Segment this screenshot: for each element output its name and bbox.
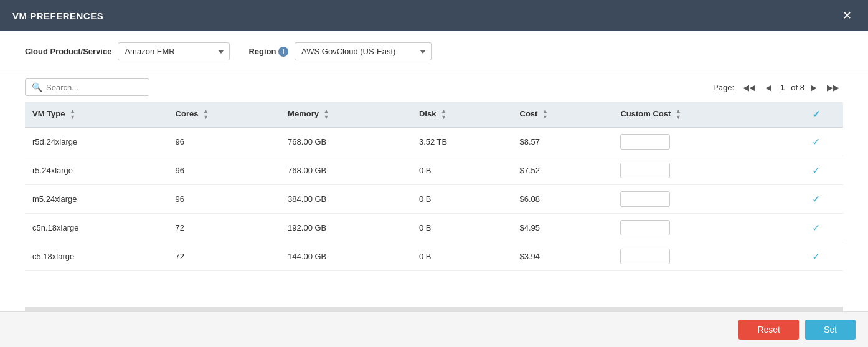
cell-selected: ✓ [790,127,843,156]
col-cost[interactable]: Cost ▲▼ [512,102,613,127]
reset-button[interactable]: Reset [738,320,799,340]
cell-vm_type: c5n.18xlarge [25,213,168,242]
close-button[interactable]: ✕ [839,9,856,22]
col-cores[interactable]: Cores ▲▼ [168,102,281,127]
cell-vm_type: r5.24xlarge [25,156,168,184]
cell-vm_type: r5d.24xlarge [25,127,168,156]
modal-header: VM PREFERENCES ✕ [0,0,868,31]
set-button[interactable]: Set [805,320,856,340]
cell-selected: ✓ [790,156,843,184]
pagination-last-button[interactable]: ▶▶ [823,81,843,94]
region-info-icon[interactable]: i [278,47,288,57]
cell-memory: 768.00 GB [280,156,412,184]
cell-cores: 96 [168,184,281,213]
pagination-current: 1 [778,83,787,92]
search-icon: 🔍 [32,82,42,92]
cell-selected: ✓ [790,213,843,242]
pagination-prev-button[interactable]: ◀ [762,81,775,94]
col-disk[interactable]: Disk ▲▼ [412,102,512,127]
table-row: r5.24xlarge96768.00 GB0 B$7.52✓ [25,156,843,184]
cell-custom-cost [613,156,789,184]
vm-table: VM Type ▲▼ Cores ▲▼ Memory ▲▼ Disk [25,102,843,271]
search-box: 🔍 [25,78,149,96]
sort-custom-cost-icon: ▲▼ [676,108,681,121]
cloud-product-select[interactable]: Amazon EMR Amazon EC2 Amazon RDS [118,42,230,60]
col-memory[interactable]: Memory ▲▼ [280,102,412,127]
filter-section: Cloud Product/Service Amazon EMR Amazon … [0,31,868,72]
pagination-total: of 8 [791,83,804,92]
region-select[interactable]: AWS GovCloud (US-East) US-East-1 US-West… [295,42,432,60]
cell-memory: 384.00 GB [280,184,412,213]
cell-cost: $3.94 [512,242,613,270]
cell-selected: ✓ [790,242,843,270]
sort-memory-icon: ▲▼ [324,108,329,121]
modal-title: VM PREFERENCES [12,11,103,21]
table-row: m5.24xlarge96384.00 GB0 B$6.08✓ [25,184,843,213]
cell-cores: 96 [168,127,281,156]
table-row: c5n.18xlarge72192.00 GB0 B$4.95✓ [25,213,843,242]
table-row: r5d.24xlarge96768.00 GB3.52 TB$8.57✓ [25,127,843,156]
table-header-row: VM Type ▲▼ Cores ▲▼ Memory ▲▼ Disk [25,102,843,127]
cell-cores: 96 [168,156,281,184]
table-row: c5.18xlarge72144.00 GB0 B$3.94✓ [25,242,843,270]
modal-body: Cloud Product/Service Amazon EMR Amazon … [0,31,868,311]
table-controls: 🔍 Page: ◀◀ ◀ 1 of 8 ▶ ▶▶ [0,72,868,102]
cell-cost: $4.95 [512,213,613,242]
pagination-next-button[interactable]: ▶ [807,81,821,94]
cell-vm_type: c5.18xlarge [25,242,168,270]
cell-disk: 0 B [412,184,512,213]
cell-custom-cost [613,127,789,156]
region-label: Region i [248,47,288,57]
cell-cores: 72 [168,213,281,242]
cell-memory: 192.00 GB [280,213,412,242]
region-group: Region i AWS GovCloud (US-East) US-East-… [248,42,432,60]
cloud-product-group: Cloud Product/Service Amazon EMR Amazon … [25,42,230,60]
cell-custom-cost [613,184,789,213]
cell-vm_type: m5.24xlarge [25,184,168,213]
cell-disk: 0 B [412,213,512,242]
col-select-all[interactable]: ✓ [790,102,843,127]
cell-disk: 0 B [412,156,512,184]
cell-selected: ✓ [790,184,843,213]
custom-cost-input[interactable] [620,191,670,207]
row-check-icon[interactable]: ✓ [812,165,820,176]
vm-preferences-modal: VM PREFERENCES ✕ Cloud Product/Service A… [0,0,868,347]
col-vm-type[interactable]: VM Type ▲▼ [25,102,168,127]
cell-cost: $8.57 [512,127,613,156]
cell-custom-cost [613,213,789,242]
sort-vm-type-icon: ▲▼ [70,108,75,121]
pagination: Page: ◀◀ ◀ 1 of 8 ▶ ▶▶ [713,81,843,94]
pagination-first-button[interactable]: ◀◀ [739,81,759,94]
custom-cost-input[interactable] [620,220,670,235]
cell-cores: 72 [168,242,281,270]
cell-disk: 3.52 TB [412,127,512,156]
custom-cost-input[interactable] [620,134,670,150]
sort-disk-icon: ▲▼ [441,108,446,121]
pagination-label: Page: [713,83,734,92]
cell-cost: $7.52 [512,156,613,184]
cell-memory: 144.00 GB [280,242,412,270]
sort-cost-icon: ▲▼ [542,108,548,121]
col-custom-cost[interactable]: Custom Cost ▲▼ [613,102,789,127]
horizontal-scrollbar[interactable] [25,307,843,311]
cell-disk: 0 B [412,242,512,270]
table-wrapper: VM Type ▲▼ Cores ▲▼ Memory ▲▼ Disk [0,102,868,307]
cloud-product-label: Cloud Product/Service [25,47,111,56]
modal-footer: Reset Set [0,311,868,347]
row-check-icon[interactable]: ✓ [812,222,820,233]
row-check-icon[interactable]: ✓ [812,136,820,147]
cell-custom-cost [613,242,789,270]
search-input[interactable] [46,83,143,92]
custom-cost-input[interactable] [620,163,670,178]
row-check-icon[interactable]: ✓ [812,251,820,262]
custom-cost-input[interactable] [620,249,670,264]
cell-cost: $6.08 [512,184,613,213]
select-all-check-icon[interactable]: ✓ [812,109,820,120]
sort-cores-icon: ▲▼ [203,108,209,121]
row-check-icon[interactable]: ✓ [812,194,820,204]
cell-memory: 768.00 GB [280,127,412,156]
